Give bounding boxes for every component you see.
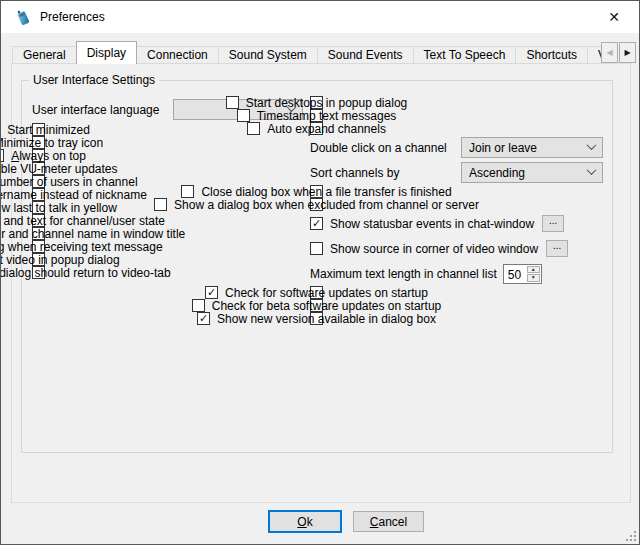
spinbox-maximum-text-length-in-channel-list[interactable]: 50▲▼ [503,264,542,284]
tab-label: Sound System [229,48,307,62]
row-minimize-to-tray-icon: Minimize to tray icon [32,136,45,149]
browse-button-show-source-in-corner-of-video-window[interactable]: ... [546,240,568,257]
checkbox-label: Start desktops in popup dialog [246,96,407,110]
spin-label: Maximum text length in channel list [310,267,497,281]
checkbox-show-statusbar-events-in-chat-window[interactable]: ✓ [310,217,323,230]
checkbox-label: Check for software updates on startup [225,286,428,300]
row-check-for-software-updates-on-startup: ✓Check for software updates on startup [310,286,323,299]
row-enable-vu-meter-updates: ✓Enable VU-meter updates [32,162,45,175]
checkbox-show-source-in-corner-of-video-window[interactable] [310,242,323,255]
row-show-a-dialog-box-when-excluded-from-channel-or-server: Show a dialog box when excluded from cha… [310,198,323,211]
checkbox-always-on-top[interactable] [0,149,4,162]
checkbox-timestamp-text-messages[interactable] [237,109,250,122]
arrow-left-icon: ◀ [606,48,612,57]
chevron-down-icon [587,165,597,175]
checkbox-start-desktops-in-popup-dialog[interactable] [226,96,239,109]
tab-sound-system[interactable]: Sound System [218,46,318,64]
row-show-new-version-available-in-dialog-box: ✓Show new version available in dialog bo… [310,312,323,325]
tab-bar: GeneralDisplayConnectionSound SystemSoun… [12,41,602,64]
checkbox-label: Show both server and channel name in win… [0,227,185,241]
tab-label: Shortcuts [526,48,577,62]
group-title: User Interface Settings [29,73,159,87]
checkbox-check-for-beta-software-updates-on-startup[interactable] [192,299,205,312]
check-icon: ✓ [312,218,321,229]
row-popup-dialog-when-receiving-text-message: ✓Popup dialog when receiving text messag… [32,240,45,253]
tab-text-to-speech[interactable]: Text To Speech [413,46,517,64]
tab-label: Display [87,46,126,60]
checkbox-show-a-dialog-box-when-excluded-from-channel-or-server[interactable] [154,198,167,211]
spin-buttons: ▲▼ [526,265,541,283]
checkbox-label: Show username instead of nickname [0,188,147,202]
row-show-emojis-and-text-for-channel-user-state: ✓Show emojis and text for channel/user s… [32,214,45,227]
checkbox-show-new-version-available-in-dialog-box[interactable]: ✓ [197,312,210,325]
row-start-desktops-in-popup-dialog: Start desktops in popup dialog [310,96,323,109]
row-show-both-server-and-channel-name-in-window-title: ✓Show both server and channel name in wi… [32,227,45,240]
ok-button[interactable]: Ok [268,510,342,533]
row-show-source-in-corner-of-video-window: Show source in corner of video window... [310,236,610,261]
dropdown-label: User interface language [32,103,173,117]
row-maximum-text-length-in-channel-list: Maximum text length in channel list50▲▼ [310,261,610,286]
dropdown-sort-channels-by[interactable]: Ascending [461,162,603,183]
checkbox-label: Show source in corner of video window [330,242,538,256]
row-closed-video-dialog-should-return-to-video-tab: ✓Closed video dialog should return to vi… [32,266,45,279]
settings-column-right: Start desktops in popup dialogTimestamp … [310,96,610,325]
spin-down-icon[interactable]: ▼ [527,274,540,282]
tab-label: Sound Events [328,48,403,62]
resize-grip[interactable] [625,530,637,542]
checkbox-label: Show new version available in dialog box [217,312,436,326]
row-show-number-of-users-in-channel: ✓Show number of users in channel [32,175,45,188]
checkbox-label: Show last to talk in yellow [0,201,117,215]
preferences-dialog: Preferences ✕ GeneralDisplayConnectionSo… [0,0,640,545]
row-show-statusbar-events-in-chat-window: ✓Show statusbar events in chat-window... [310,211,610,236]
chevron-down-icon [587,140,597,150]
checkbox-close-dialog-box-when-a-file-transfer-is-finished[interactable] [181,185,194,198]
checkbox-label: Show number of users in channel [0,175,138,189]
row-start-video-in-popup-dialog: Start video in popup dialog [32,253,45,266]
tab-general[interactable]: General [12,46,77,64]
checkbox-label: Enable VU-meter updates [0,162,118,176]
tab-label: Connection [147,48,208,62]
checkbox-label: Timestamp text messages [257,109,397,123]
checkbox-label: Start video in popup dialog [0,253,120,267]
tab-label: Text To Speech [424,48,506,62]
dropdown-double-click-on-a-channel[interactable]: Join or leave [461,137,603,158]
row-always-on-top: Always on top [32,149,45,162]
row-show-username-instead-of-nickname: Show username instead of nickname [32,188,45,201]
close-button[interactable]: ✕ [589,1,639,32]
checkbox-label: Closed video dialog should return to vid… [0,266,171,280]
tab-scroll-controls: ◀ ▶ [600,42,636,63]
tab-shortcuts[interactable]: Shortcuts [515,46,588,64]
arrow-right-icon: ▶ [624,48,630,57]
row-auto-expand-channels: Auto expand channels [310,122,323,135]
window-title: Preferences [40,10,105,24]
checkbox-label: Close dialog box when a file transfer is… [201,185,451,199]
tab-connection[interactable]: Connection [136,46,219,64]
row-double-click-on-a-channel: Double click on a channelJoin or leave [310,135,610,160]
checkbox-label: Show statusbar events in chat-window [330,217,534,231]
checkbox-label: Always on top [11,149,86,163]
tab-sound-events[interactable]: Sound Events [317,46,414,64]
check-icon: ✓ [207,287,216,298]
spin-up-icon[interactable]: ▲ [527,266,540,274]
close-icon: ✕ [608,9,620,25]
tab-display[interactable]: Display [76,41,137,64]
dropdown-value: Join or leave [469,141,584,155]
row-show-last-to-talk-in-yellow: ✓Show last to talk in yellow [32,201,45,214]
row-close-dialog-box-when-a-file-transfer-is-finished: Close dialog box when a file transfer is… [310,185,323,198]
tab-scroll-left-button[interactable]: ◀ [601,42,618,63]
app-icon [14,8,32,26]
tab-scroll-right-button[interactable]: ▶ [619,42,636,63]
row-timestamp-text-messages: Timestamp text messages [310,109,323,122]
checkbox-label: Start minimized [7,123,90,137]
row-start-minimized: Start minimized [32,123,45,136]
checkbox-check-for-software-updates-on-startup[interactable]: ✓ [205,286,218,299]
row-check-for-beta-software-updates-on-startup: Check for beta software updates on start… [310,299,323,312]
cancel-button[interactable]: Cancel [353,511,424,532]
browse-button-show-statusbar-events-in-chat-window[interactable]: ... [542,215,564,232]
checkbox-auto-expand-channels[interactable] [247,122,260,135]
titlebar[interactable]: Preferences ✕ [1,1,639,33]
checkbox-label: Auto expand channels [267,122,386,136]
checkbox-label: Minimize to tray icon [0,136,103,150]
check-icon: ✓ [199,313,208,324]
spin-value: 50 [504,265,526,283]
